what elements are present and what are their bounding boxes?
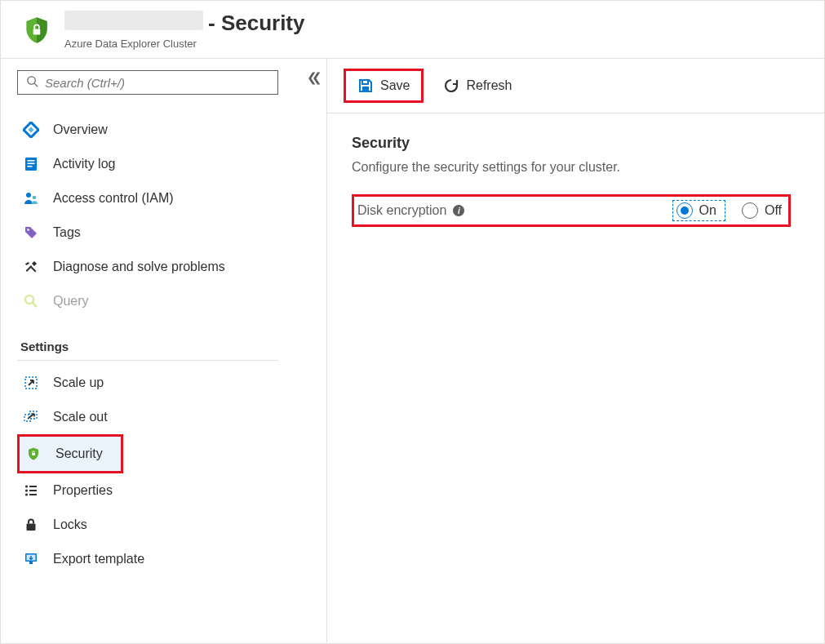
disk-encryption-radio-group: On Off <box>672 200 782 221</box>
svg-rect-7 <box>28 160 35 162</box>
refresh-button[interactable]: Refresh <box>435 73 520 99</box>
properties-icon <box>22 482 40 500</box>
resource-name-redacted <box>64 11 203 30</box>
svg-line-2 <box>34 83 38 87</box>
sidebar-item-label: Activity log <box>53 157 115 171</box>
setting-label-text: Disk encryption <box>357 203 446 218</box>
svg-rect-27 <box>27 524 36 531</box>
sidebar-section-settings: Settings <box>17 318 278 361</box>
sidebar-item-label: Access control (IAM) <box>53 191 174 206</box>
radio-label: On <box>699 203 716 218</box>
svg-rect-20 <box>32 453 35 455</box>
svg-rect-0 <box>33 29 41 34</box>
sidebar-item-tags[interactable]: Tags <box>17 215 310 250</box>
refresh-button-label: Refresh <box>466 78 512 93</box>
sidebar-item-label: Overview <box>53 122 108 137</box>
sidebar-item-label: Scale up <box>53 375 104 390</box>
radio-option-on[interactable]: On <box>672 200 725 221</box>
sidebar-item-query[interactable]: Query <box>17 284 310 318</box>
sidebar-item-label: Export template <box>53 552 144 566</box>
svg-rect-22 <box>29 486 37 487</box>
svg-rect-8 <box>28 163 35 165</box>
sidebar-item-label: Diagnose and solve problems <box>53 260 225 274</box>
content-description: Configure the security settings for your… <box>352 160 800 175</box>
sidebar-item-diagnose[interactable]: Diagnose and solve problems <box>17 250 310 284</box>
svg-rect-14 <box>30 266 36 272</box>
lock-icon <box>22 516 40 534</box>
svg-point-11 <box>33 196 37 200</box>
scale-up-icon <box>22 374 40 392</box>
content-heading: Security <box>352 135 800 152</box>
svg-point-21 <box>25 485 28 487</box>
info-icon[interactable]: i <box>453 205 464 216</box>
save-button[interactable]: Save <box>349 73 418 99</box>
shield-icon <box>20 14 53 47</box>
shield-small-icon <box>24 445 42 463</box>
main-pane: Save Refresh Security Configure the secu… <box>327 59 824 642</box>
search-icon <box>26 75 38 90</box>
radio-label: Off <box>765 203 782 218</box>
sidebar-item-security[interactable]: Security <box>20 437 121 471</box>
scale-out-icon <box>22 408 40 426</box>
radio-circle-icon <box>676 202 693 219</box>
resource-type-label: Azure Data Explorer Cluster <box>64 38 305 50</box>
sidebar-item-label: Query <box>53 294 89 309</box>
highlight-disk-encryption-row: Disk encryption i On Off <box>352 194 791 227</box>
svg-point-12 <box>27 229 29 231</box>
svg-point-1 <box>28 77 35 84</box>
refresh-icon <box>443 78 459 94</box>
sidebar-item-label: Security <box>55 446 103 461</box>
sidebar-item-properties[interactable]: Properties <box>17 473 310 508</box>
query-icon <box>22 292 40 310</box>
sidebar-search[interactable] <box>17 70 278 95</box>
save-button-label: Save <box>380 78 410 93</box>
sidebar-item-scale-up[interactable]: Scale up <box>17 366 310 400</box>
highlight-save-button: Save <box>344 69 424 103</box>
radio-circle-icon <box>742 202 758 219</box>
sidebar-item-overview[interactable]: Overview <box>17 113 310 147</box>
svg-rect-9 <box>28 166 33 167</box>
svg-rect-30 <box>29 562 33 564</box>
diagnose-icon <box>22 258 40 276</box>
content-area: Security Configure the security settings… <box>327 113 824 248</box>
collapse-sidebar-icon[interactable]: ❮❮ <box>307 70 317 85</box>
sidebar-item-locks[interactable]: Locks <box>17 508 310 542</box>
activity-log-icon <box>22 155 40 173</box>
svg-point-25 <box>25 493 28 495</box>
overview-icon <box>22 121 40 139</box>
disk-encryption-label: Disk encryption i <box>357 203 464 218</box>
svg-point-15 <box>25 295 33 304</box>
svg-rect-13 <box>26 265 33 272</box>
iam-icon <box>22 189 40 207</box>
save-icon <box>357 78 374 94</box>
sidebar: ❮❮ Overview Activity log Access control … <box>1 59 327 642</box>
disk-encryption-setting: Disk encryption i On Off <box>357 200 782 221</box>
sidebar-item-label: Properties <box>53 483 113 498</box>
svg-point-23 <box>25 489 28 491</box>
sidebar-item-label: Scale out <box>53 410 108 424</box>
svg-rect-24 <box>29 490 37 491</box>
sidebar-item-access-control[interactable]: Access control (IAM) <box>17 181 310 215</box>
highlight-security-nav: Security <box>17 434 123 473</box>
sidebar-item-export-template[interactable]: Export template <box>17 542 310 576</box>
export-icon <box>22 550 40 568</box>
sidebar-item-label: Tags <box>53 225 81 240</box>
toolbar: Save Refresh <box>327 59 824 113</box>
svg-line-16 <box>33 303 37 307</box>
svg-point-10 <box>26 193 31 198</box>
svg-rect-32 <box>362 87 369 91</box>
radio-option-off[interactable]: Off <box>742 202 782 219</box>
sidebar-item-scale-out[interactable]: Scale out <box>17 400 310 434</box>
sidebar-item-activity-log[interactable]: Activity log <box>17 147 310 181</box>
tag-icon <box>22 224 40 242</box>
page-header: - Security Azure Data Explorer Cluster <box>1 1 824 59</box>
svg-rect-26 <box>29 494 37 495</box>
svg-rect-31 <box>362 80 368 84</box>
sidebar-item-label: Locks <box>53 517 87 532</box>
search-input[interactable] <box>45 76 269 90</box>
page-title-suffix: - Security <box>208 11 305 36</box>
